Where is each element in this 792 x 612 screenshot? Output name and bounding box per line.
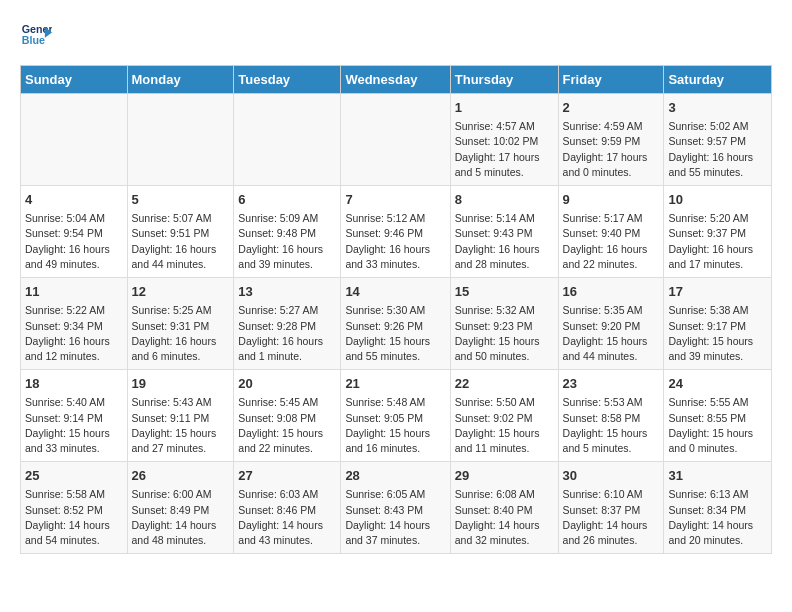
day-number: 6 [238, 191, 336, 209]
day-info: Sunrise: 5:43 AMSunset: 9:11 PMDaylight:… [132, 395, 230, 456]
day-info: Sunrise: 5:22 AMSunset: 9:34 PMDaylight:… [25, 303, 123, 364]
day-info: Sunrise: 6:00 AMSunset: 8:49 PMDaylight:… [132, 487, 230, 548]
logo-icon: General Blue [20, 20, 52, 52]
logo: General Blue [20, 20, 56, 52]
day-number: 20 [238, 375, 336, 393]
day-info: Sunrise: 5:38 AMSunset: 9:17 PMDaylight:… [668, 303, 767, 364]
day-info: Sunrise: 5:53 AMSunset: 8:58 PMDaylight:… [563, 395, 660, 456]
calendar-week-row: 1Sunrise: 4:57 AMSunset: 10:02 PMDayligh… [21, 94, 772, 186]
calendar-cell: 21Sunrise: 5:48 AMSunset: 9:05 PMDayligh… [341, 370, 450, 462]
day-info: Sunrise: 6:03 AMSunset: 8:46 PMDaylight:… [238, 487, 336, 548]
day-number: 30 [563, 467, 660, 485]
day-number: 8 [455, 191, 554, 209]
calendar-cell: 12Sunrise: 5:25 AMSunset: 9:31 PMDayligh… [127, 278, 234, 370]
calendar-cell: 3Sunrise: 5:02 AMSunset: 9:57 PMDaylight… [664, 94, 772, 186]
weekday-header-row: SundayMondayTuesdayWednesdayThursdayFrid… [21, 66, 772, 94]
calendar-cell: 11Sunrise: 5:22 AMSunset: 9:34 PMDayligh… [21, 278, 128, 370]
day-number: 27 [238, 467, 336, 485]
calendar-cell: 16Sunrise: 5:35 AMSunset: 9:20 PMDayligh… [558, 278, 664, 370]
day-info: Sunrise: 5:14 AMSunset: 9:43 PMDaylight:… [455, 211, 554, 272]
day-number: 25 [25, 467, 123, 485]
day-number: 16 [563, 283, 660, 301]
day-number: 7 [345, 191, 445, 209]
day-info: Sunrise: 5:40 AMSunset: 9:14 PMDaylight:… [25, 395, 123, 456]
day-info: Sunrise: 5:02 AMSunset: 9:57 PMDaylight:… [668, 119, 767, 180]
day-number: 14 [345, 283, 445, 301]
day-number: 31 [668, 467, 767, 485]
day-info: Sunrise: 6:10 AMSunset: 8:37 PMDaylight:… [563, 487, 660, 548]
day-number: 22 [455, 375, 554, 393]
calendar-week-row: 18Sunrise: 5:40 AMSunset: 9:14 PMDayligh… [21, 370, 772, 462]
day-number: 24 [668, 375, 767, 393]
day-number: 4 [25, 191, 123, 209]
day-info: Sunrise: 5:48 AMSunset: 9:05 PMDaylight:… [345, 395, 445, 456]
day-number: 26 [132, 467, 230, 485]
calendar-cell: 26Sunrise: 6:00 AMSunset: 8:49 PMDayligh… [127, 462, 234, 554]
calendar-cell: 17Sunrise: 5:38 AMSunset: 9:17 PMDayligh… [664, 278, 772, 370]
calendar-cell: 22Sunrise: 5:50 AMSunset: 9:02 PMDayligh… [450, 370, 558, 462]
day-info: Sunrise: 5:12 AMSunset: 9:46 PMDaylight:… [345, 211, 445, 272]
day-info: Sunrise: 4:59 AMSunset: 9:59 PMDaylight:… [563, 119, 660, 180]
calendar-cell: 1Sunrise: 4:57 AMSunset: 10:02 PMDayligh… [450, 94, 558, 186]
day-info: Sunrise: 6:13 AMSunset: 8:34 PMDaylight:… [668, 487, 767, 548]
calendar-cell: 23Sunrise: 5:53 AMSunset: 8:58 PMDayligh… [558, 370, 664, 462]
day-info: Sunrise: 5:27 AMSunset: 9:28 PMDaylight:… [238, 303, 336, 364]
calendar-cell [341, 94, 450, 186]
day-info: Sunrise: 5:45 AMSunset: 9:08 PMDaylight:… [238, 395, 336, 456]
day-number: 11 [25, 283, 123, 301]
calendar-cell: 27Sunrise: 6:03 AMSunset: 8:46 PMDayligh… [234, 462, 341, 554]
weekday-header-friday: Friday [558, 66, 664, 94]
weekday-header-sunday: Sunday [21, 66, 128, 94]
day-info: Sunrise: 5:07 AMSunset: 9:51 PMDaylight:… [132, 211, 230, 272]
day-info: Sunrise: 5:17 AMSunset: 9:40 PMDaylight:… [563, 211, 660, 272]
day-info: Sunrise: 5:25 AMSunset: 9:31 PMDaylight:… [132, 303, 230, 364]
day-number: 29 [455, 467, 554, 485]
day-number: 5 [132, 191, 230, 209]
day-number: 1 [455, 99, 554, 117]
day-number: 19 [132, 375, 230, 393]
day-info: Sunrise: 5:04 AMSunset: 9:54 PMDaylight:… [25, 211, 123, 272]
calendar-cell: 20Sunrise: 5:45 AMSunset: 9:08 PMDayligh… [234, 370, 341, 462]
day-number: 10 [668, 191, 767, 209]
calendar-cell: 5Sunrise: 5:07 AMSunset: 9:51 PMDaylight… [127, 186, 234, 278]
calendar-cell: 9Sunrise: 5:17 AMSunset: 9:40 PMDaylight… [558, 186, 664, 278]
day-info: Sunrise: 5:32 AMSunset: 9:23 PMDaylight:… [455, 303, 554, 364]
calendar-cell: 13Sunrise: 5:27 AMSunset: 9:28 PMDayligh… [234, 278, 341, 370]
day-number: 2 [563, 99, 660, 117]
weekday-header-tuesday: Tuesday [234, 66, 341, 94]
day-info: Sunrise: 5:58 AMSunset: 8:52 PMDaylight:… [25, 487, 123, 548]
calendar-cell: 10Sunrise: 5:20 AMSunset: 9:37 PMDayligh… [664, 186, 772, 278]
weekday-header-monday: Monday [127, 66, 234, 94]
calendar-cell: 19Sunrise: 5:43 AMSunset: 9:11 PMDayligh… [127, 370, 234, 462]
calendar-cell [127, 94, 234, 186]
day-info: Sunrise: 4:57 AMSunset: 10:02 PMDaylight… [455, 119, 554, 180]
calendar-cell: 14Sunrise: 5:30 AMSunset: 9:26 PMDayligh… [341, 278, 450, 370]
day-number: 9 [563, 191, 660, 209]
calendar-cell: 2Sunrise: 4:59 AMSunset: 9:59 PMDaylight… [558, 94, 664, 186]
day-info: Sunrise: 5:20 AMSunset: 9:37 PMDaylight:… [668, 211, 767, 272]
calendar-cell: 31Sunrise: 6:13 AMSunset: 8:34 PMDayligh… [664, 462, 772, 554]
calendar-cell: 18Sunrise: 5:40 AMSunset: 9:14 PMDayligh… [21, 370, 128, 462]
day-info: Sunrise: 5:30 AMSunset: 9:26 PMDaylight:… [345, 303, 445, 364]
calendar-week-row: 25Sunrise: 5:58 AMSunset: 8:52 PMDayligh… [21, 462, 772, 554]
calendar-cell: 30Sunrise: 6:10 AMSunset: 8:37 PMDayligh… [558, 462, 664, 554]
day-number: 15 [455, 283, 554, 301]
svg-text:Blue: Blue [22, 34, 45, 46]
calendar-cell [234, 94, 341, 186]
calendar-cell: 8Sunrise: 5:14 AMSunset: 9:43 PMDaylight… [450, 186, 558, 278]
calendar-cell: 24Sunrise: 5:55 AMSunset: 8:55 PMDayligh… [664, 370, 772, 462]
day-info: Sunrise: 6:05 AMSunset: 8:43 PMDaylight:… [345, 487, 445, 548]
calendar-table: SundayMondayTuesdayWednesdayThursdayFrid… [20, 65, 772, 554]
day-number: 21 [345, 375, 445, 393]
calendar-cell: 25Sunrise: 5:58 AMSunset: 8:52 PMDayligh… [21, 462, 128, 554]
day-number: 18 [25, 375, 123, 393]
day-number: 12 [132, 283, 230, 301]
calendar-cell [21, 94, 128, 186]
day-info: Sunrise: 6:08 AMSunset: 8:40 PMDaylight:… [455, 487, 554, 548]
calendar-week-row: 4Sunrise: 5:04 AMSunset: 9:54 PMDaylight… [21, 186, 772, 278]
day-number: 28 [345, 467, 445, 485]
day-number: 23 [563, 375, 660, 393]
calendar-cell: 28Sunrise: 6:05 AMSunset: 8:43 PMDayligh… [341, 462, 450, 554]
day-info: Sunrise: 5:35 AMSunset: 9:20 PMDaylight:… [563, 303, 660, 364]
calendar-cell: 7Sunrise: 5:12 AMSunset: 9:46 PMDaylight… [341, 186, 450, 278]
